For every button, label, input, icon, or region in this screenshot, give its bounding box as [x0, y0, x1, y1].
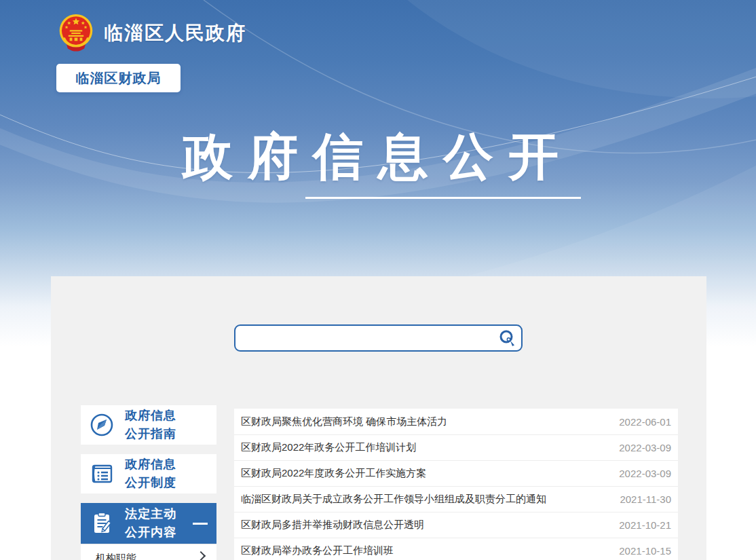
sidebar-item-gov-info-system[interactable]: 政府信息 公开制度 [81, 454, 216, 493]
article-link[interactable]: 区财政局多措并举推动财政信息公开透明 [241, 519, 424, 531]
clipboard-pencil-icon [88, 510, 115, 537]
list-item[interactable]: 区财政局多措并举推动财政信息公开透明 2021-10-21 [234, 512, 678, 538]
article-date: 2021-10-21 [619, 519, 671, 531]
search-icon [498, 329, 516, 348]
subitem-label: 机构职能 [96, 552, 136, 560]
sidebar-item-statutory-disclosure[interactable]: 法定主动 公开内容 [81, 503, 216, 544]
article-date: 2022-03-09 [619, 468, 671, 479]
list-item[interactable]: 区财政局聚焦优化营商环境 确保市场主体活力 2022-06-01 [234, 409, 678, 434]
site-brand-link[interactable]: 临淄区人民政府 [57, 14, 246, 53]
article-date: 2021-11-30 [620, 493, 671, 505]
national-emblem-icon [57, 14, 95, 53]
sidebar-subitem-org-functions[interactable]: 机构职能 [81, 544, 216, 560]
sidebar-item-label: 政府信息 公开制度 [125, 455, 176, 492]
sidebar-item-label: 政府信息 公开指南 [125, 407, 176, 443]
article-date: 2022-03-09 [619, 442, 671, 453]
site-title: 临淄区人民政府 [104, 20, 246, 46]
article-link[interactable]: 区财政局聚焦优化营商环境 确保市场主体活力 [241, 415, 447, 428]
list-item[interactable]: 区财政局2022年政务公开工作培训计划 2022-03-09 [234, 434, 678, 460]
list-item[interactable]: 区财政局2022年度政务公开工作实施方案 2022-03-09 [234, 460, 678, 486]
sidebar-item-label: 法定主动 公开内容 [125, 505, 176, 542]
content-panel: 政府信息 公开指南 政府信息 公开制度 [51, 276, 706, 560]
article-list: 区财政局聚焦优化营商环境 确保市场主体活力 2022-06-01 区财政局202… [234, 409, 678, 560]
article-date: 2022-06-01 [619, 416, 671, 428]
search-button[interactable] [495, 327, 518, 349]
article-link[interactable]: 区财政局2022年度政务公开工作实施方案 [241, 467, 426, 480]
chevron-right-icon [196, 550, 206, 560]
minus-icon [193, 523, 208, 525]
page-title: 政府信息公开 [0, 124, 756, 191]
list-item[interactable]: 临淄区财政局关于成立政务公开工作领导小组组成及职责分工的通知 2021-11-3… [234, 486, 678, 512]
article-link[interactable]: 区财政局举办政务公开工作培训班 [241, 544, 394, 557]
bureau-button[interactable]: 临淄区财政局 [56, 64, 181, 92]
page: 临淄区人民政府 临淄区财政局 政府信息公开 [0, 0, 756, 560]
search-input[interactable] [234, 324, 523, 352]
list-item[interactable]: 区财政局举办政务公开工作培训班 2021-10-15 [234, 538, 678, 560]
article-link[interactable]: 区财政局2022年政务公开工作培训计划 [241, 441, 416, 454]
compass-icon [88, 411, 115, 438]
sidebar: 政府信息 公开指南 政府信息 公开制度 [81, 405, 216, 560]
ledger-list-icon [88, 460, 115, 487]
article-link[interactable]: 临淄区财政局关于成立政务公开工作领导小组组成及职责分工的通知 [241, 493, 546, 506]
article-date: 2021-10-15 [619, 545, 671, 557]
sidebar-item-gov-info-guide[interactable]: 政府信息 公开指南 [81, 405, 216, 445]
page-title-underline [305, 197, 581, 199]
search-bar [234, 324, 523, 352]
